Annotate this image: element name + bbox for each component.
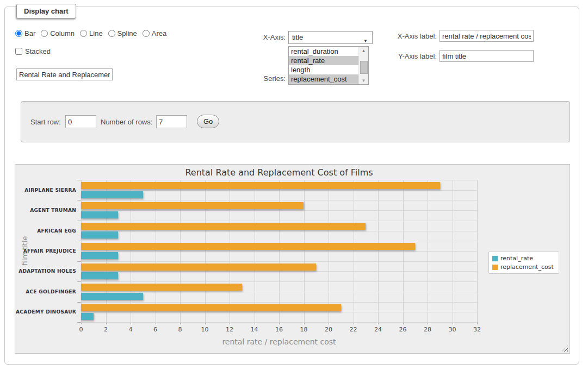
x-tick-label: 8 [171,326,189,333]
bar-replacement_cost [81,182,440,189]
gridline-horizontal [81,302,477,303]
chart-type-radio-bar[interactable] [15,30,22,37]
legend-label: replacement_cost [500,264,554,271]
scrollbar-thumb[interactable] [360,61,368,74]
x-tick-label: 12 [220,326,239,333]
scroll-down-icon[interactable]: ▼ [359,77,368,84]
plot-area [81,180,477,322]
chart-type-group: BarColumnLineSplineArea [15,29,166,37]
gridline-horizontal [81,271,477,272]
listbox-scrollbar[interactable]: ▲ ▼ [358,47,368,84]
stacked-checkbox[interactable] [15,48,22,55]
x-tick-label: 16 [270,326,288,333]
x-tick-label: 2 [97,326,115,333]
start-row-label: Start row: [30,118,61,126]
category-label: ACADEMY DINOSAUR [15,302,76,322]
bar-rental_rate [81,191,143,198]
bar-rental_rate [81,293,143,300]
x-axis-select[interactable]: title ▼ [288,31,373,44]
legend-swatch-icon [492,256,498,261]
x-tick-label: 14 [245,326,264,333]
series-option[interactable]: rental_rate [289,56,358,65]
y-axis-tick [77,302,81,303]
chart-type-column[interactable]: Column [41,29,75,37]
x-tick-label: 22 [344,326,363,333]
x-axis-tick [477,322,478,324]
bar-rental_rate [81,252,118,259]
gridline-vertical [477,180,478,322]
gridline-horizontal [81,231,477,231]
x-tick-label: 10 [196,326,214,333]
chart-title-input[interactable] [16,68,113,80]
number-of-rows-input[interactable] [156,115,187,128]
x-axis-select-value: title [292,33,303,41]
bar-replacement_cost [81,243,415,250]
gridline-horizontal [81,180,477,180]
resize-handle-icon[interactable] [562,346,568,352]
category-label: AFFAIR PREJUDICE [15,241,76,261]
chart-type-option-label: Area [152,29,166,37]
chart-type-bar[interactable]: Bar [15,29,35,37]
legend-item-rental_rate[interactable]: rental_rate [492,255,554,262]
x-axis-label-input[interactable] [440,30,534,42]
chart-type-radio-area[interactable] [143,30,150,37]
gridline-horizontal [81,312,477,312]
series-listbox[interactable]: rental_durationrental_ratelengthreplacem… [288,46,369,85]
gridline-horizontal [81,261,477,262]
chart-type-option-label: Line [89,29,103,37]
x-axis-label-field-label: X-Axis label: [375,32,437,40]
stacked-checkbox-row[interactable]: Stacked [15,47,51,55]
x-tick-label: 28 [418,326,437,333]
chart-container: Rental Rate and Replacement Cost of Film… [15,164,570,354]
start-row-input[interactable] [65,115,96,128]
x-tick-label: 20 [319,326,338,333]
bar-replacement_cost [81,223,366,230]
y-axis-label-input[interactable] [440,50,534,62]
chart-type-line[interactable]: Line [80,29,103,37]
bar-replacement_cost [81,284,242,291]
x-tick-label: 26 [394,326,412,333]
x-tick-label: 18 [295,326,313,333]
bar-replacement_cost [81,304,341,311]
legend-label: rental_rate [500,255,533,262]
legend-swatch-icon [492,265,498,270]
series-option[interactable]: length [289,65,358,74]
chart-type-spline[interactable]: Spline [108,29,137,37]
y-axis-tick [77,200,81,200]
x-axis-title: rental rate / replacement cost [81,337,477,346]
chart-type-option-label: Column [50,29,75,37]
series-options: rental_durationrental_ratelengthreplacem… [289,47,358,84]
legend-item-replacement_cost[interactable]: replacement_cost [492,264,554,271]
y-axis-tick [77,241,81,241]
x-tick-label: 30 [443,326,462,333]
bar-rental_rate [81,313,94,320]
bar-rental_rate [81,231,118,239]
series-list-label: Series: [242,74,286,83]
stacked-label: Stacked [25,47,51,55]
go-button[interactable]: Go [197,115,219,128]
gridline-horizontal [81,200,477,200]
gridline-horizontal [81,281,477,282]
gridline-horizontal [81,210,477,211]
chart-title: Rental Rate and Replacement Cost of Film… [81,167,477,178]
series-option[interactable]: rental_duration [289,47,358,56]
series-option[interactable]: replacement_cost [289,74,358,84]
scroll-up-icon[interactable]: ▲ [359,47,368,54]
gridline-horizontal [81,251,477,252]
category-label: AGENT TRUMAN [15,200,76,220]
y-axis-tick [77,261,81,262]
bar-replacement_cost [81,264,316,271]
chart-type-radio-line[interactable] [80,30,87,37]
gridline-horizontal [81,221,477,221]
y-axis-tick [77,322,81,323]
x-tick-label: 6 [146,326,165,333]
chart-type-radio-column[interactable] [41,30,48,37]
y-axis-tick [77,221,81,221]
x-axis-select-label: X-Axis: [242,33,286,41]
chart-legend: rental_ratereplacement_cost [488,252,559,274]
number-of-rows-label: Number of rows: [101,118,152,126]
chart-type-area[interactable]: Area [143,29,166,37]
chevron-down-icon: ▼ [363,35,368,47]
chart-type-radio-spline[interactable] [108,30,115,37]
category-label: AIRPLANE SIERRA [15,180,76,200]
